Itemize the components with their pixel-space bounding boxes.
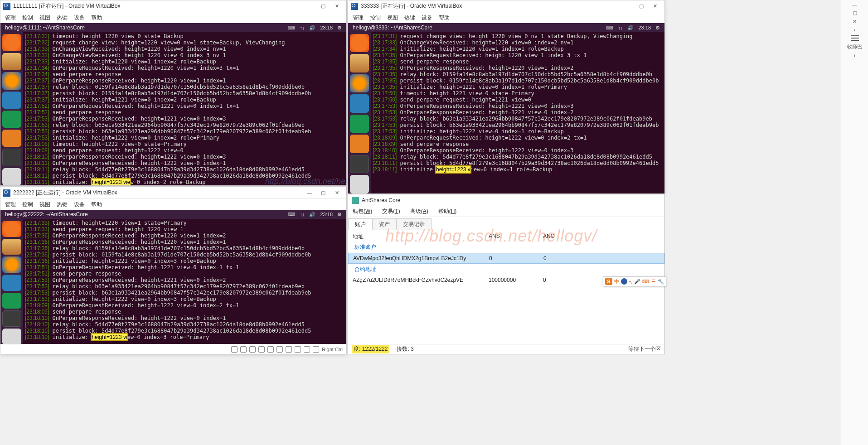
menu-manage[interactable]: 管理 — [353, 14, 364, 22]
ubuntu-dash-icon[interactable] — [2, 34, 21, 51]
files-icon[interactable] — [350, 54, 369, 72]
sogou-icon[interactable]: S — [605, 278, 612, 285]
minimize-button[interactable]: — — [852, 2, 857, 7]
hdd-icon[interactable] — [231, 346, 238, 353]
cpu-icon[interactable] — [304, 346, 310, 353]
menu-manage[interactable]: 管理 — [5, 201, 16, 208]
menu-manage[interactable]: 管理 — [5, 14, 16, 22]
usb-icon[interactable] — [267, 346, 274, 353]
minimize-button[interactable]: — — [303, 2, 316, 11]
menu-view[interactable]: 视图 — [387, 14, 398, 22]
writer-icon[interactable] — [350, 94, 369, 112]
close-button[interactable]: ✕ — [853, 19, 857, 24]
audio-icon[interactable] — [249, 346, 256, 353]
trash-icon[interactable] — [2, 168, 21, 185]
vm1-titlebar[interactable]: 11111111 [正在运行] - Oracle VM VirtualBox —… — [0, 0, 346, 12]
keyboard-icon[interactable]: ⌨ — [288, 25, 295, 31]
minimize-button[interactable]: — — [303, 189, 316, 198]
firefox-icon[interactable] — [2, 72, 21, 89]
close-button[interactable]: ✕ — [330, 189, 344, 198]
trash-icon[interactable] — [2, 329, 21, 345]
tab-tx-history[interactable]: 交易记录 — [396, 218, 432, 230]
ime-mic-icon[interactable]: 🎤 — [634, 279, 640, 285]
optical-icon[interactable] — [240, 346, 247, 353]
firefox-icon[interactable] — [350, 74, 369, 92]
maximize-button[interactable]: ▢ — [316, 2, 330, 11]
terminal-icon[interactable] — [2, 149, 21, 166]
gear-icon[interactable]: ⚙ — [655, 25, 660, 31]
writer-icon[interactable] — [2, 275, 21, 291]
sound-icon[interactable]: 🔊 — [627, 25, 634, 31]
clock[interactable]: 23:18 — [320, 212, 333, 217]
vm2-titlebar[interactable]: 2222222 [正在运行] - Oracle VM VirtualBox — … — [0, 187, 346, 199]
menu-control[interactable]: 控制 — [370, 14, 381, 22]
ubuntu-dash-icon[interactable] — [350, 34, 369, 52]
vm1-terminal[interactable]: [23:17:32] timeout: height=1220 view=0 s… — [23, 32, 346, 185]
menu-control[interactable]: 控制 — [22, 14, 33, 22]
network-icon[interactable]: ↑↓ — [300, 25, 305, 30]
menu-devices[interactable]: 设备 — [74, 201, 85, 208]
menu-hotkeys[interactable]: 热键 — [404, 14, 415, 22]
sound-icon[interactable]: 🔊 — [309, 212, 315, 218]
col-ans[interactable]: ANS — [489, 233, 543, 241]
recording-icon[interactable] — [295, 346, 301, 353]
trash-icon[interactable] — [350, 175, 369, 193]
maximize-button[interactable]: ▢ — [635, 2, 648, 11]
clock[interactable]: 23:18 — [638, 25, 651, 30]
ime-punct-icon[interactable]: •, — [629, 279, 632, 284]
menu-devices[interactable]: 设备 — [74, 14, 85, 22]
calc-icon[interactable] — [350, 115, 369, 133]
menu-view[interactable]: 视图 — [39, 14, 50, 22]
menu-transaction[interactable]: 交易(T) — [382, 208, 400, 215]
close-button[interactable]: ✕ — [648, 2, 662, 11]
calc-icon[interactable] — [2, 293, 21, 309]
ubuntu-dash-icon[interactable] — [2, 221, 21, 237]
menu-advanced[interactable]: 高级(A) — [410, 208, 428, 215]
vm3-titlebar[interactable]: 333333 [正在运行] - Oracle VM VirtualBox — ▢… — [348, 0, 664, 12]
maximize-button[interactable]: ▢ — [853, 10, 857, 16]
ime-toolbar[interactable]: S 中 •, 🎤 ⌨ ☰ 🔧 — [603, 276, 666, 286]
menu-help[interactable]: 帮助 — [91, 14, 102, 22]
nav-back-icon[interactable]: ‹ — [854, 27, 856, 33]
menu-hotkeys[interactable]: 热键 — [57, 201, 68, 208]
calc-icon[interactable] — [2, 111, 21, 128]
firefox-icon[interactable] — [2, 256, 21, 273]
software-icon[interactable] — [2, 130, 21, 147]
ime-skin-icon[interactable]: ☰ — [651, 279, 656, 285]
menu-help[interactable]: 帮助 — [91, 201, 102, 208]
ime-moon-icon[interactable] — [621, 278, 627, 285]
hamburger-icon[interactable] — [851, 35, 859, 41]
writer-icon[interactable] — [2, 92, 21, 109]
display-icon[interactable] — [286, 346, 292, 353]
col-address[interactable]: 地址 — [353, 233, 489, 241]
files-icon[interactable] — [2, 239, 21, 255]
antshares-titlebar[interactable]: AntShares Core — [348, 194, 664, 206]
ime-lang[interactable]: 中 — [614, 278, 619, 285]
gear-icon[interactable]: ⚙ — [337, 25, 342, 31]
mouse-integration-icon[interactable] — [313, 346, 319, 353]
sound-icon[interactable]: 🔊 — [309, 25, 315, 31]
shared-folder-icon[interactable] — [276, 346, 283, 353]
menu-devices[interactable]: 设备 — [422, 14, 432, 22]
network-icon[interactable]: ↑↓ — [618, 25, 623, 30]
vm2-terminal[interactable]: [23:17:33] timeout: height=1220 view=1 s… — [23, 219, 346, 345]
tab-asset[interactable]: 资产 — [372, 218, 397, 230]
keyboard-icon[interactable]: ⌨ — [288, 212, 295, 218]
tab-account[interactable]: 账户 — [348, 218, 373, 230]
menu-wallet[interactable]: 钱包(W) — [353, 208, 372, 215]
col-anc[interactable]: ANC — [543, 233, 597, 241]
terminal-icon[interactable] — [350, 155, 369, 174]
clock[interactable]: 23:18 — [320, 25, 333, 30]
menu-help[interactable]: 帮助(H) — [438, 208, 457, 215]
software-icon[interactable] — [350, 135, 369, 153]
account-row-standard[interactable]: AVDwMpo32feoQhHDMX2g1BmpvLB2eJc1Dy 0 0 — [348, 253, 664, 264]
vm3-terminal[interactable]: [23:17:31] request change view: height=1… — [371, 32, 664, 193]
maximize-button[interactable]: ▢ — [316, 189, 330, 198]
menu-hotkeys[interactable]: 热键 — [57, 14, 68, 22]
ime-toolbox-icon[interactable]: 🔧 — [658, 279, 664, 285]
terminal-icon[interactable] — [2, 310, 21, 327]
add-tab-icon[interactable]: + — [853, 53, 856, 58]
close-button[interactable]: ✕ — [330, 2, 344, 11]
menu-help[interactable]: 帮助 — [439, 14, 450, 22]
menu-control[interactable]: 控制 — [22, 201, 33, 208]
